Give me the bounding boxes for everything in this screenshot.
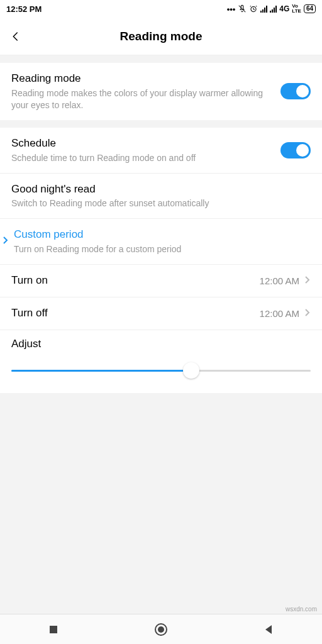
reading-mode-title: Reading mode [11, 72, 274, 86]
item-text: Turn off [11, 306, 260, 321]
svg-rect-2 [50, 626, 57, 633]
empty-area [0, 393, 322, 614]
adjust-slider[interactable] [11, 364, 311, 377]
adjust-item: Adjust [0, 330, 322, 393]
schedule-section: Schedule Schedule time to turn Reading m… [0, 128, 322, 393]
volte-label: VoLTE [292, 4, 301, 14]
turn-off-label: Turn off [11, 306, 260, 321]
signal-2-icon [270, 6, 277, 13]
item-text: Schedule Schedule time to turn Reading m… [11, 136, 274, 164]
item-text: Turn on [11, 274, 260, 288]
page-title: Reading mode [0, 30, 322, 43]
reading-mode-section: Reading mode Reading mode makes the colo… [0, 63, 322, 120]
circle-icon [154, 623, 168, 636]
app-header: Reading mode [0, 18, 322, 55]
alarm-icon [249, 4, 258, 13]
battery-icon: 64 [304, 4, 316, 13]
good-night-item[interactable]: Good night's read Switch to Reading mode… [0, 174, 322, 219]
section-gap-2 [0, 120, 322, 128]
good-night-title: Good night's read [11, 182, 311, 197]
turn-off-item[interactable]: Turn off 12:00 AM [0, 297, 322, 330]
schedule-title: Schedule [11, 136, 274, 151]
schedule-toggle[interactable] [280, 142, 311, 158]
turn-off-value: 12:00 AM [260, 308, 299, 319]
signal-1-icon [260, 6, 267, 13]
reading-mode-item[interactable]: Reading mode Reading mode makes the colo… [0, 63, 322, 120]
svg-line-0 [239, 6, 246, 13]
back-button[interactable] [0, 18, 31, 55]
turn-on-item[interactable]: Turn on 12:00 AM [0, 265, 322, 297]
reading-mode-desc: Reading mode makes the colors of your di… [11, 87, 274, 111]
reading-mode-toggle[interactable] [280, 83, 311, 99]
adjust-label: Adjust [11, 338, 311, 350]
navigation-bar [0, 614, 322, 644]
custom-period-desc: Turn on Reading mode for a custom period [14, 243, 311, 255]
more-icon: ••• [227, 4, 236, 14]
chevron-right-icon [304, 308, 311, 319]
item-text: Custom period Turn on Reading mode for a… [14, 228, 311, 255]
section-gap [0, 55, 322, 63]
chevron-right-icon [3, 236, 9, 247]
square-icon [48, 625, 58, 635]
good-night-desc: Switch to Reading mode after sunset auto… [11, 197, 311, 209]
back-icon [10, 31, 21, 42]
status-time: 12:52 PM [6, 4, 42, 14]
watermark: wsxdn.com [286, 606, 317, 613]
slider-track [11, 370, 311, 372]
schedule-item[interactable]: Schedule Schedule time to turn Reading m… [0, 128, 322, 174]
turn-on-value: 12:00 AM [260, 275, 299, 286]
svg-point-4 [158, 626, 164, 633]
network-label: 4G [279, 4, 289, 13]
mute-icon [238, 4, 247, 13]
slider-fill [11, 370, 191, 372]
nav-home-button[interactable] [108, 614, 214, 644]
status-right: ••• 4G VoLTE 64 [227, 4, 316, 14]
custom-period-item[interactable]: Custom period Turn on Reading mode for a… [0, 219, 322, 265]
turn-on-label: Turn on [11, 274, 260, 288]
item-text: Good night's read Switch to Reading mode… [11, 182, 311, 210]
item-text: Reading mode Reading mode makes the colo… [11, 72, 274, 111]
slider-knob[interactable] [183, 362, 199, 379]
nav-recent-button[interactable] [1, 614, 107, 644]
nav-back-button[interactable] [215, 614, 321, 644]
status-bar: 12:52 PM ••• 4G VoLTE 64 [0, 0, 322, 18]
custom-period-title: Custom period [14, 228, 311, 242]
schedule-desc: Schedule time to turn Reading mode on an… [11, 152, 274, 164]
triangle-back-icon [263, 624, 274, 635]
chevron-right-icon [304, 275, 311, 287]
